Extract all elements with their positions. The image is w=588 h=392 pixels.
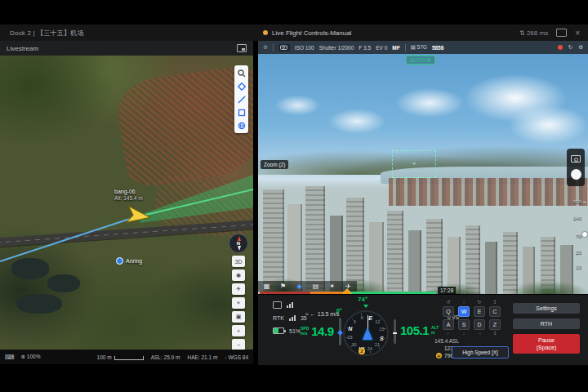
camera-toolbar: ▦ ⚑ ◆ ▤ ✶ ✈ <box>258 281 357 292</box>
close-icon[interactable]: × <box>575 29 580 38</box>
gimbal-pitch-readout: 0° <box>336 308 342 314</box>
map-pond <box>11 258 49 279</box>
key-direction-icon: ↥ <box>492 300 497 305</box>
divider <box>405 44 406 51</box>
keyboard-icon[interactable]: ⌨ <box>5 354 15 361</box>
zoom-scale-label: 20 <box>570 250 586 255</box>
high-speed-toggle[interactable]: High Speed [X] <box>452 346 509 359</box>
map-zoom-in-button[interactable]: + <box>232 325 245 336</box>
camera-panel: ⚙ ISO 100 Shutter 1/2000 F 3.5 EV 0 MF ▤… <box>258 41 588 364</box>
camera-icon[interactable] <box>278 44 290 51</box>
key-w[interactable]: W <box>458 306 470 317</box>
key-a[interactable]: A <box>443 319 454 330</box>
globe-tool-icon[interactable] <box>235 119 247 131</box>
drone-map-label[interactable]: bang-06 Alt: 145.4 m <box>114 189 143 202</box>
line-tool-icon[interactable] <box>235 93 247 105</box>
zoom-level-badge[interactable]: Zoom (2) <box>261 160 288 169</box>
map-target-button[interactable]: ⌖ <box>232 297 245 309</box>
gimbal-pitch-gauge[interactable] <box>339 318 341 345</box>
photo-mode-icon[interactable] <box>571 155 581 163</box>
heading-dial[interactable]: N36E1215S2124W3033 2 <box>343 310 389 356</box>
focus-mode[interactable]: MF <box>392 45 399 51</box>
gear-icon[interactable]: ⚙ <box>263 44 268 51</box>
map-controls: N 3D ◉ ✈ ⌖ ▣ + − <box>229 234 248 350</box>
map-panel: Livestream bang-06 Alt: 145.4 m An <box>0 41 253 364</box>
spark-icon[interactable]: ✶ <box>327 283 336 290</box>
waypoint-tool-icon[interactable] <box>235 80 247 92</box>
map-zoom-level: ⊕ 100% <box>21 354 41 360</box>
dock-map-pin[interactable]: Anring <box>116 257 142 265</box>
storage-readout: ▤ 57G <box>411 44 427 51</box>
waypoint-icon[interactable]: ◆ <box>295 283 304 290</box>
record-icon[interactable] <box>558 45 563 50</box>
dock-link-icon <box>273 301 282 309</box>
key-d[interactable]: D <box>474 319 485 330</box>
key-c[interactable]: C <box>489 306 501 317</box>
dial-label: 30 <box>352 342 357 347</box>
vs-gauge[interactable] <box>394 319 396 344</box>
app-window: Dock 2 | 【三十五】机场 Live Flight Controls-Ma… <box>0 0 588 392</box>
key-z[interactable]: Z <box>489 319 501 330</box>
latency-indicator: ⇅ 268 ms <box>519 29 548 37</box>
settings-button[interactable]: Settings <box>513 303 580 314</box>
asl-readout: ASL: 25.9 m <box>151 354 180 360</box>
grid-icon[interactable]: ▦ <box>262 283 271 290</box>
signal-icon <box>287 302 293 308</box>
dial-label: 6 <box>361 315 363 320</box>
rtk-signal-icon <box>289 315 296 321</box>
status-dot-icon <box>263 30 268 35</box>
map-layers-button[interactable]: ▣ <box>232 311 245 323</box>
area-tool-icon[interactable] <box>235 106 247 118</box>
key-direction-icon: ↓ <box>463 331 466 336</box>
key-s[interactable]: S <box>458 319 470 330</box>
fpv-camera-view[interactable]: AUTO W Zoom (2) 500 140 70 20 10 ▦ ⚑ ◆ ▤… <box>258 54 588 294</box>
speed-readout: SPDm/s 14.9 <box>301 324 333 338</box>
live-flight-title: Live Flight Controls-Manual <box>263 29 351 37</box>
key-direction-icon: ← <box>446 331 451 336</box>
key-direction-icon: ↺ <box>446 300 450 305</box>
search-icon[interactable] <box>235 67 247 79</box>
dial-label: 24 <box>368 346 372 351</box>
capture-panel <box>567 149 585 186</box>
dial-label: E <box>368 314 372 320</box>
map-pond <box>16 294 62 314</box>
map-3d-button[interactable]: 3D <box>232 256 245 267</box>
dial-label: 21 <box>375 342 380 347</box>
aircraft-icon[interactable]: ✈ <box>344 283 353 290</box>
zoom-scale-label: 140 <box>570 216 586 220</box>
map-draw-toolbar <box>234 65 248 133</box>
picture-in-picture-icon[interactable] <box>237 44 247 52</box>
monitor-icon[interactable] <box>556 29 567 37</box>
map-zoom-out-button[interactable]: − <box>232 339 245 350</box>
pause-button[interactable]: Pause(Space) <box>513 334 580 354</box>
ev-readout[interactable]: EV 0 <box>376 45 387 51</box>
key-q[interactable]: Q <box>443 306 454 317</box>
iso-readout[interactable]: ISO 100 <box>295 45 314 51</box>
panel-icon[interactable]: ▤ <box>311 283 320 290</box>
zoom-scale-handle[interactable] <box>582 232 587 237</box>
map-compass[interactable]: N <box>229 234 248 253</box>
aperture-readout[interactable]: F 3.5 <box>359 45 371 51</box>
zoom-scale-label: 10 <box>570 265 586 270</box>
shutter-readout[interactable]: Shutter 1/2000 <box>319 45 354 51</box>
map-drone-center-button[interactable]: ✈ <box>232 283 245 295</box>
key-e[interactable]: E <box>474 306 485 317</box>
map-scale: 100 m <box>97 354 144 360</box>
satellite-map[interactable]: bang-06 Alt: 145.4 m Anring <box>0 56 253 350</box>
map-panel-header: Livestream <box>0 41 253 56</box>
hae-readout: HAE: 21.1 m <box>187 354 217 360</box>
map-info-button[interactable]: ◉ <box>232 270 245 281</box>
refresh-icon[interactable]: ↻ <box>568 44 572 51</box>
heading-readout: 74° <box>358 296 368 303</box>
rth-button[interactable]: RTH <box>513 318 580 329</box>
map-district-texture <box>114 65 253 189</box>
focus-target-box <box>392 150 436 178</box>
shutter-button[interactable] <box>571 169 581 180</box>
camera-gear-icon[interactable]: ⚙ <box>578 44 583 51</box>
virtual-keys: ↺Q↑W↻E↥CA←S↓D→Z↧ <box>443 300 501 339</box>
flag-marker-icon[interactable]: ⚑ <box>278 283 287 290</box>
telemetry-panel: RTK 35 51% ≈ ← 13.5 m/s SPDm/s 14.9 0° 7… <box>258 294 588 365</box>
dial-label: 33 <box>348 335 353 340</box>
battery-icon <box>273 327 284 334</box>
dial-label: 3 <box>354 319 356 324</box>
